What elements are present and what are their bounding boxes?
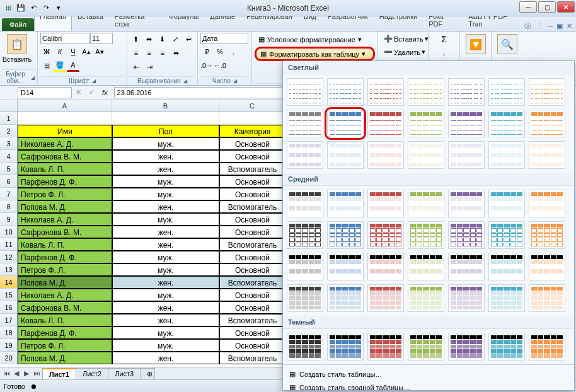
table-style-swatch[interactable] — [488, 190, 525, 217]
cell[interactable]: Петров Ф. Л. — [18, 188, 112, 200]
cell[interactable]: Николаев А. Д. — [18, 213, 112, 226]
align-launcher-icon[interactable]: ◢ — [183, 78, 187, 84]
delete-cells-button[interactable]: ➖Удалить▾ — [381, 46, 425, 58]
table-style-swatch[interactable] — [327, 110, 364, 137]
name-box[interactable]: D14 — [18, 87, 72, 98]
font-shrink-icon[interactable]: A▾ — [93, 45, 106, 58]
table-style-swatch[interactable] — [529, 78, 565, 106]
number-format-combo[interactable]: Дата — [200, 33, 248, 44]
row-header[interactable]: 8 — [0, 200, 18, 213]
cell[interactable]: Основной — [219, 137, 285, 150]
sheet-tab[interactable]: Лист3 — [108, 368, 141, 379]
table-style-swatch[interactable] — [529, 190, 565, 217]
cell[interactable]: Основной — [219, 251, 285, 263]
cell[interactable]: Вспомогатель — [219, 314, 285, 326]
cell[interactable]: муж. — [112, 188, 219, 200]
row-header[interactable]: 18 — [0, 326, 18, 339]
help-icon[interactable]: ❔ — [535, 22, 544, 30]
align-middle-icon[interactable]: ⬌ — [143, 33, 156, 45]
table-style-swatch[interactable] — [529, 221, 565, 249]
table-style-swatch[interactable] — [488, 284, 525, 312]
redo-icon[interactable]: ↷ — [40, 3, 52, 14]
bold-icon[interactable]: Ж — [40, 45, 53, 58]
table-style-swatch[interactable] — [529, 110, 565, 137]
table-style-swatch[interactable] — [488, 333, 525, 360]
align-right-icon[interactable]: ≡ — [156, 47, 169, 59]
first-sheet-icon[interactable]: ⏮ — [1, 369, 11, 378]
table-style-swatch[interactable] — [448, 333, 485, 360]
cell[interactable]: муж. — [112, 339, 219, 352]
table-style-swatch[interactable] — [488, 78, 525, 106]
row-header[interactable]: 11 — [0, 238, 18, 251]
cell[interactable]: Основной — [219, 175, 285, 188]
doc-restore-icon[interactable]: ▣ — [556, 22, 563, 30]
cell[interactable]: жен. — [112, 276, 219, 289]
row-header[interactable]: 5 — [0, 163, 18, 175]
paste-button[interactable]: 📋 Вставить — [3, 33, 32, 69]
cell[interactable]: жен. — [112, 226, 219, 238]
table-style-swatch[interactable] — [448, 284, 485, 312]
enter-formula-icon[interactable]: ✓ — [85, 88, 98, 96]
table-style-swatch[interactable] — [488, 221, 525, 249]
table-style-swatch[interactable] — [408, 190, 444, 217]
table-style-swatch[interactable] — [529, 284, 565, 312]
currency-icon[interactable]: ₽ — [200, 45, 213, 58]
row-header[interactable]: 9 — [0, 213, 18, 226]
row-header[interactable]: 14 — [0, 276, 18, 289]
font-name-combo[interactable]: Calibri — [40, 33, 89, 44]
table-style-swatch[interactable] — [408, 221, 444, 249]
align-top-icon[interactable]: ⬆ — [130, 33, 142, 45]
format-as-table-button[interactable]: ▦ Форматировать как таблицу ▾ — [255, 47, 375, 61]
row-header[interactable]: 15 — [0, 289, 18, 301]
table-style-swatch[interactable] — [448, 190, 485, 217]
cell[interactable]: муж. — [112, 137, 219, 150]
underline-icon[interactable]: Ч — [67, 45, 79, 58]
cell[interactable]: Вспомогатель — [219, 276, 285, 289]
cell[interactable]: муж. — [112, 251, 219, 263]
row-header[interactable]: 6 — [0, 175, 18, 188]
wrap-text-icon[interactable]: ↩ — [182, 33, 195, 45]
row-header[interactable]: 10 — [0, 226, 18, 238]
table-style-swatch[interactable] — [408, 284, 444, 312]
table-style-swatch[interactable] — [448, 78, 485, 106]
align-bottom-icon[interactable]: ⬇ — [156, 33, 169, 45]
table-style-swatch[interactable] — [408, 78, 444, 106]
table-style-swatch[interactable] — [529, 253, 565, 280]
cell[interactable]: Вспомогатель — [219, 200, 285, 213]
close-button[interactable]: ✕ — [557, 1, 575, 13]
font-color-icon[interactable]: A — [67, 59, 79, 72]
doc-minimize-icon[interactable]: ─ — [548, 23, 553, 30]
table-header-cell[interactable]: Каиегория — [219, 125, 285, 137]
cell[interactable]: Попова М. Д. — [18, 276, 112, 289]
decimal-decrease-icon[interactable]: ←.0 — [214, 59, 226, 72]
cell[interactable]: жен. — [112, 301, 219, 314]
cell[interactable]: Основной — [219, 289, 285, 301]
cell[interactable]: Вспомогатель — [219, 352, 285, 364]
table-style-swatch[interactable] — [408, 333, 444, 360]
table-style-swatch[interactable] — [327, 333, 364, 360]
sheet-tab[interactable]: Лист2 — [76, 368, 108, 379]
select-all-corner[interactable] — [0, 100, 18, 112]
cell[interactable]: Основной — [219, 339, 285, 352]
cell[interactable]: Вспомогатель — [219, 163, 285, 175]
table-style-swatch[interactable] — [287, 221, 323, 249]
cell[interactable]: жен. — [112, 150, 219, 163]
cell[interactable]: муж. — [112, 289, 219, 301]
merge-icon[interactable]: ⬌ — [170, 47, 182, 59]
row-header[interactable]: 4 — [0, 150, 18, 163]
column-header[interactable]: C — [219, 100, 285, 112]
table-style-swatch[interactable] — [367, 110, 404, 137]
cell[interactable]: муж. — [112, 213, 219, 226]
table-style-swatch[interactable] — [408, 110, 444, 137]
conditional-formatting-button[interactable]: ▦ Условное форматирование ▾ — [255, 34, 375, 45]
table-style-swatch[interactable] — [327, 221, 364, 249]
save-icon[interactable]: 💾 — [15, 3, 26, 14]
cell[interactable]: Николаев А. Д. — [18, 289, 112, 301]
sheet-tab[interactable]: Лист1 — [42, 368, 76, 379]
cell[interactable]: Сафронова В. М. — [18, 301, 112, 314]
cell[interactable]: Попова М. Д. — [18, 352, 112, 364]
last-sheet-icon[interactable]: ⏭ — [32, 369, 42, 378]
table-style-swatch[interactable] — [287, 110, 323, 137]
fill-icon[interactable]: ↓ — [438, 47, 451, 59]
cell[interactable]: Сафронова В. М. — [18, 150, 112, 163]
